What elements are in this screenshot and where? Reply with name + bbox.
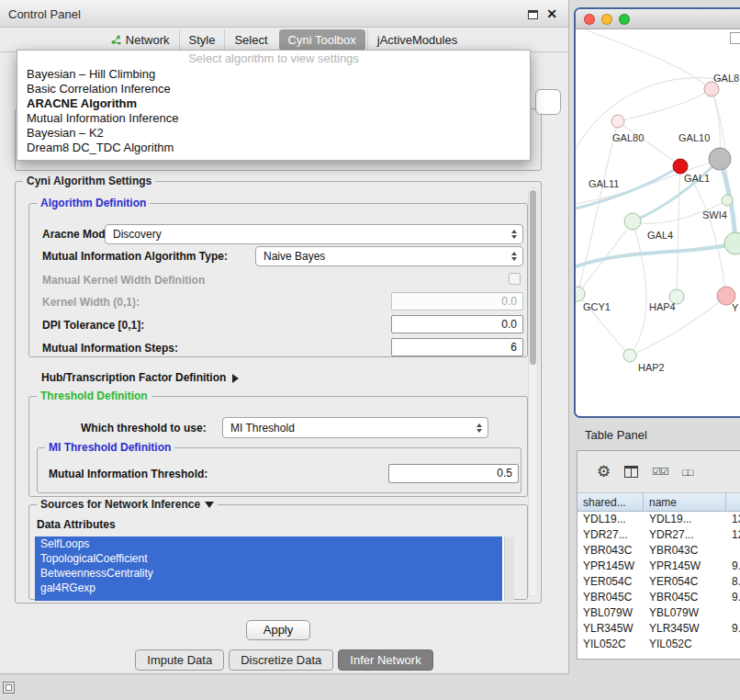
table-cell: YPR145W [577,559,644,574]
data-attributes-list: SelfLoopsTopologicalCoefficientBetweenne… [35,536,514,601]
attribute-item-partial[interactable] [35,595,502,601]
expand-right-icon [232,374,239,383]
mi-steps-field[interactable]: 6 [391,338,523,356]
kernel-width-field[interactable]: 0.0 [391,292,523,310]
network-node[interactable] [673,159,688,174]
control-panel-title: Control Panel [8,7,81,21]
column-header-name[interactable]: name [644,493,726,511]
float-window-icon[interactable] [528,10,538,19]
table-row[interactable]: YBR045CYBR045C9. [577,590,740,605]
network-node[interactable] [704,82,719,96]
select-all-icon[interactable]: ☑☑ [652,466,668,478]
table-cell [726,605,740,621]
table-cell: YER054C [644,574,726,590]
close-light-icon[interactable] [584,14,595,25]
table-row[interactable]: YPR145WYPR145W9. [577,559,740,574]
settings-group-title: Cyni Algorithm Settings [23,175,155,187]
settings-scrollbar[interactable] [528,187,538,597]
panel-dock-icon[interactable] [3,682,15,694]
network-node[interactable] [623,349,636,362]
table-row[interactable]: YBL079WYBL079W [577,605,740,621]
node-label: HAP4 [649,301,676,312]
attributes-scrollbar[interactable] [504,536,514,601]
table-row[interactable]: YDR27...YDR27...12 [577,527,740,543]
columns-icon[interactable] [624,466,638,478]
combo-arrows-icon [511,230,517,239]
tab-label: Cyni Toolbox [288,33,356,47]
aracne-mode-select[interactable]: Discovery [105,224,523,244]
algorithm-option-bayesian-k2[interactable]: Bayesian – K2 [17,126,530,141]
column-header-col-2[interactable] [726,493,740,511]
table-toolbar: ⚙ ☑☑ □□ [577,451,740,493]
network-node[interactable] [722,195,733,206]
control-panel-titlebar[interactable]: Control Panel ✕ [0,0,568,28]
network-node[interactable] [576,287,585,301]
sources-group-title[interactable]: Sources for Network Inference [37,498,218,511]
bottom-tab-impute-data[interactable]: Impute Data [135,649,224,671]
dpi-tolerance-field[interactable]: 0.0 [391,315,523,333]
algorithm-option-bayesian-hill-climbing[interactable]: Bayesian – Hill Climbing [17,67,530,82]
tab-jactivemodules[interactable]: jActiveModules [367,29,466,51]
algorithm-option-mutual-information-inference[interactable]: Mutual Information Inference [17,111,530,126]
tab-style[interactable]: Style [179,29,225,51]
sources-group: Sources for Network Inference Data Attri… [28,504,528,600]
gear-icon[interactable]: ⚙ [597,464,611,480]
tab-select[interactable]: Select [224,29,276,51]
table-cell [726,543,740,559]
tab-network[interactable]: Network [102,29,179,51]
close-icon[interactable]: ✕ [546,6,557,21]
table-row[interactable]: YLR345WYLR345W9. [577,621,740,637]
algorithm-option-aracne-algorithm[interactable]: ARACNE Algorithm [17,96,530,111]
mi-threshold-field[interactable]: 0.5 [388,464,519,483]
desktop: Control Panel ✕ NetworkStyleSelectCyni T… [0,0,740,700]
bottom-tab-discretize-data[interactable]: Discretize Data [229,649,333,671]
attribute-item[interactable]: gal4RGexp [35,581,502,595]
mi-algorithm-type-value: Naive Bayes [263,250,325,263]
algorithm-option-dream8-dc-tdc-algorithm[interactable]: Dream8 DC_TDC Algorithm [17,141,530,155]
mi-threshold-definition-group: MI Threshold Definition Mutual Informati… [37,447,521,493]
tab-label: Network [126,33,170,47]
aracne-mode-value: Discovery [113,228,162,241]
node-label: GAL11 [589,178,619,189]
table-cell: YBR045C [644,590,726,605]
kernel-width-label: Kernel Width (0,1): [42,296,140,309]
tab-cyni-toolbox[interactable]: Cyni Toolbox [279,29,365,51]
minimize-light-icon[interactable] [601,14,612,25]
overview-box[interactable] [730,32,740,44]
side-button[interactable] [535,89,561,115]
table-cell: 9. [726,621,740,637]
table-cell: YDR27... [644,527,726,543]
column-header-shared[interactable]: shared... [577,493,644,511]
zoom-light-icon[interactable] [619,14,630,25]
attribute-item[interactable]: BetweennessCentrality [35,566,502,581]
network-window-titlebar[interactable] [576,9,740,29]
network-node[interactable] [624,213,641,230]
manual-kernel-width-checkbox[interactable] [509,273,521,285]
table-row[interactable]: YER054CYER054C8. [577,574,740,590]
bottom-tab-infer-network[interactable]: Infer Network [338,649,432,671]
mi-algorithm-type-label: Mutual Information Algorithm Type: [42,250,228,263]
attribute-item[interactable]: TopologicalCoefficient [35,551,502,566]
node-label: HAP2 [638,362,665,373]
control-panel-tabbar: NetworkStyleSelectCyni ToolboxjActiveMod… [0,28,568,52]
table-row[interactable]: YBR043CYBR043C [577,543,740,559]
table-cell: YBL079W [577,605,644,621]
apply-button[interactable]: Apply [246,620,310,640]
table-row[interactable]: YDL19...YDL19...13 [577,512,740,527]
dpi-tolerance-label: DPI Tolerance [0,1]: [42,319,144,332]
network-canvas[interactable]: GAL8GAL80GAL10GAL11GAL1SWI4GAL4GCY1HAP4Y… [576,29,740,416]
attribute-item[interactable]: SelfLoops [35,536,502,551]
network-node[interactable] [611,115,624,128]
table-cell: 8. [726,574,740,590]
hub-definition-expander[interactable]: Hub/Transcription Factor Definition [41,371,239,384]
network-node[interactable] [724,232,740,254]
settings-scrollbar-thumb[interactable] [530,190,536,365]
deselect-all-icon[interactable]: □□ [682,467,692,478]
algorithm-placeholder-option[interactable]: Select algorithm to view settings [17,51,530,67]
mi-algorithm-type-select[interactable]: Naive Bayes [255,246,523,266]
network-node[interactable] [709,148,731,170]
control-panel-window: Control Panel ✕ NetworkStyleSelectCyni T… [0,0,569,674]
algorithm-option-basic-correlation-inference[interactable]: Basic Correlation Inference [17,82,530,96]
table-row[interactable]: YIL052CYIL052C [577,637,740,652]
which-threshold-select[interactable]: MI Threshold [222,417,488,438]
